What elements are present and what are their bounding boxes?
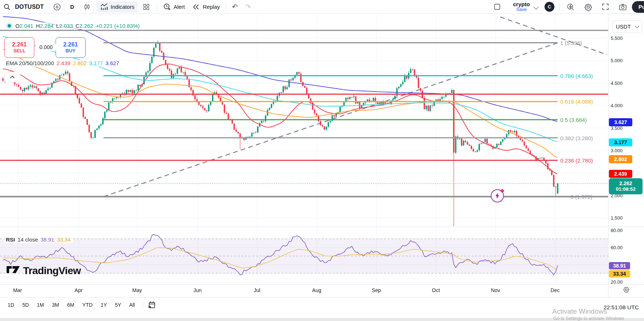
interval-button[interactable]: D (67, 1, 78, 12)
month-label: Apr (75, 287, 83, 293)
price-tick-label: 3.000 (611, 148, 623, 153)
ohlc-legend: O2.041 H2.284 L2.033 C2.262 +0.221 (+10.… (4, 22, 142, 29)
notification-dot (501, 189, 504, 193)
lightning-icon (495, 193, 500, 199)
symbol-button[interactable]: DOTUSDT (12, 1, 47, 12)
range-button-1Y[interactable]: 1Y (97, 300, 110, 310)
price-tick-label: 4.000 (611, 103, 623, 108)
toolbar-divider (80, 3, 80, 11)
month-label: Jun (193, 287, 202, 293)
tradingview-logo[interactable]: TradingView (7, 265, 81, 277)
series-marker-dot (8, 24, 11, 27)
layout-name: crypto (513, 1, 530, 7)
toolbar-divider (64, 3, 64, 11)
time-axis-settings-icon[interactable] (622, 286, 630, 295)
rsi-badge: 33.34 (609, 270, 630, 277)
ema-legend: EMA 20/50/100/200 2.439 2.802 3.177 3.62… (4, 60, 122, 67)
month-label: Oct (432, 287, 440, 293)
settings-gear-icon[interactable] (580, 3, 596, 11)
range-button-1D[interactable]: 1D (4, 300, 18, 310)
compare-add-icon[interactable] (53, 3, 61, 11)
range-button-5Y[interactable]: 5Y (112, 300, 124, 310)
ema50-value: 2.802 (73, 60, 87, 66)
price-chart-canvas[interactable] (0, 0, 644, 321)
avatar[interactable]: C (545, 2, 554, 12)
fullscreen-icon[interactable] (597, 3, 614, 11)
range-button-YTD[interactable]: YTD (79, 300, 96, 310)
rsi-tick-label: 80.00 (611, 228, 623, 233)
currency-dropdown[interactable]: USDT (612, 20, 642, 33)
chevron-down-icon[interactable] (534, 4, 539, 9)
fib-level-label: 0.5 (3.684) (560, 117, 587, 123)
close-value: 2.262 (79, 23, 93, 29)
range-divider (143, 301, 143, 309)
layout-templates-icon[interactable] (142, 3, 150, 11)
tradingview-mark-icon (7, 266, 20, 276)
toolbar-right-group: crypto Save C Pu (493, 1, 641, 13)
change-value: +0.221 (+10.83%) (96, 23, 140, 29)
activate-windows-hint: Go to Settings to activate Windows (553, 316, 624, 321)
chevron-up-icon (10, 75, 15, 79)
fib-level-label: 0 (1.972) (570, 194, 592, 200)
screenshot-camera-icon[interactable] (614, 3, 631, 11)
top-toolbar: DOTUSDT D Indicators (0, 0, 644, 14)
range-button-1M[interactable]: 1M (34, 300, 47, 310)
month-label: Aug (312, 287, 321, 293)
price-badge: 2.439 (609, 170, 632, 178)
range-button-6M[interactable]: 6M (64, 300, 78, 310)
sell-button[interactable]: 2.261SELL (4, 37, 34, 58)
price-badge: 2.26201:08:52 (609, 178, 643, 194)
toolbar-divider (50, 3, 50, 11)
ema200-value: 3.627 (105, 60, 119, 66)
price-badge: 2.802 (609, 155, 632, 163)
undo-icon[interactable]: ↶ (229, 3, 241, 10)
rsi-tick-label: 60.00 (611, 245, 623, 250)
toolbar-left-group: DOTUSDT D Indicators (3, 1, 254, 12)
range-toolbar: 1D5D1M3M6MYTD1Y5YAll (4, 300, 156, 310)
trade-panel: 2.261SELL 0.000 2.261BUY (4, 37, 86, 58)
fib-level-label: 1 (5.396) (560, 40, 582, 46)
redo-icon[interactable]: ↷ (242, 3, 254, 10)
rsi-value: 38.91 (41, 236, 54, 243)
fib-level-label: 0.382 (3.280) (560, 135, 593, 141)
publish-button[interactable]: Pu (632, 1, 644, 13)
collapse-legend-button[interactable] (4, 72, 20, 82)
buy-button[interactable]: 2.261BUY (56, 37, 86, 58)
replay-button[interactable]: Replay (189, 1, 223, 12)
price-tick-label: 5.000 (611, 58, 623, 63)
time-axis-separator (0, 284, 644, 285)
pane-separator[interactable] (0, 227, 644, 227)
range-button-All[interactable]: All (126, 300, 138, 310)
range-button-3M[interactable]: 3M (49, 300, 62, 310)
month-label: Jul (254, 287, 260, 293)
quick-search-icon[interactable] (562, 3, 579, 11)
high-value: 2.284 (40, 23, 54, 29)
clock-utc[interactable]: 22:51:08 UTC (604, 304, 639, 311)
tradingview-wordmark: TradingView (23, 265, 81, 277)
price-axis-border (608, 14, 609, 297)
indicators-icon (100, 3, 108, 11)
price-badge: 3.177 (609, 138, 632, 146)
search-icon[interactable] (3, 3, 11, 11)
open-value: 2.041 (20, 23, 34, 29)
magic-ai-button[interactable] (491, 189, 504, 202)
month-label: May (132, 287, 142, 293)
candle-style-icon[interactable] (83, 3, 91, 11)
toolbar-divider (226, 3, 226, 11)
layout-panel-icon[interactable] (493, 3, 501, 11)
indicators-button[interactable]: Indicators (97, 1, 138, 12)
month-label: Sep (372, 287, 381, 293)
layout-save-menu[interactable]: crypto Save (512, 1, 531, 12)
alert-button[interactable]: Alert (159, 1, 188, 12)
activate-windows-watermark: Activate Windows (552, 307, 607, 316)
month-label: Dec (551, 287, 560, 293)
go-to-date-calendar-icon[interactable] (147, 301, 156, 309)
price-tick-label: 4.500 (611, 80, 623, 86)
rsi-ma-value: 33.34 (57, 236, 71, 243)
range-button-5D[interactable]: 5D (19, 300, 32, 310)
rsi-badge: 38.91 (609, 262, 630, 269)
alert-clock-icon (163, 3, 171, 11)
price-tick-label: 1.500 (611, 215, 623, 221)
chevron-down-icon (635, 24, 639, 28)
save-button[interactable]: Save (516, 7, 527, 12)
